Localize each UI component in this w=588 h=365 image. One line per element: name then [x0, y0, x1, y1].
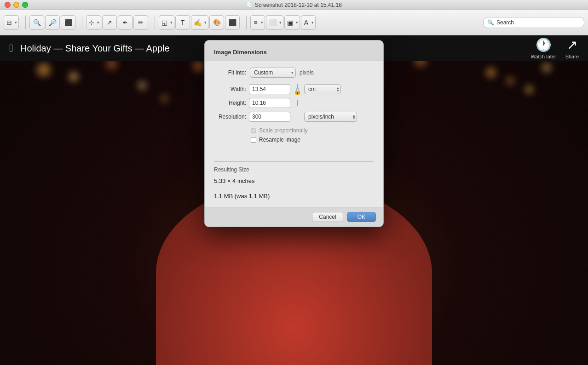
- dialog-footer: Cancel OK: [205, 207, 383, 227]
- sign-icon: ✍: [194, 19, 202, 26]
- title-text: Screenshot 2018-12-10 at 15.41.18: [255, 2, 342, 8]
- resolution-row: Resolution: pixels/inch ▴▾: [214, 112, 374, 122]
- unit-value: cm: [308, 86, 316, 92]
- fill-btn[interactable]: ▣: [284, 15, 300, 30]
- resample-checkbox[interactable]: [251, 137, 256, 143]
- document-icon: 📄: [246, 2, 253, 8]
- text-tool-btn[interactable]: T: [175, 15, 190, 30]
- dialog-overlay: Image Dimensions Fit into: Custom ▾ pixe…: [0, 35, 588, 365]
- border-btn[interactable]: ⬜: [266, 15, 283, 30]
- res-unit-value: pixels/inch: [308, 114, 334, 120]
- cursor-tool-btn[interactable]: ↗: [102, 15, 117, 30]
- res-unit-arrow-icon: ▴▾: [353, 114, 355, 120]
- redact-tool-btn[interactable]: ⬛: [225, 15, 240, 30]
- toolbar-nav-icon: ⊟: [6, 19, 12, 26]
- pen-tool-btn[interactable]: ✒: [118, 15, 133, 30]
- zoom-out-btn[interactable]: 🔍: [29, 15, 44, 30]
- divider: [214, 161, 374, 162]
- sign-btn[interactable]: ✍: [191, 15, 208, 30]
- height-input[interactable]: [249, 98, 290, 108]
- fit-select-value: Custom: [254, 69, 273, 76]
- resample-label: Resample image: [259, 137, 300, 143]
- unit-arrow-icon: ▴▾: [337, 86, 339, 92]
- shapes-icon: ◱: [161, 19, 167, 26]
- unit-select[interactable]: cm ▴▾: [304, 84, 341, 94]
- title-bar: 📄 Screenshot 2018-12-10 at 15.41.18: [0, 0, 588, 10]
- ok-button[interactable]: OK: [347, 212, 376, 222]
- scale-proportionally-checkbox[interactable]: [251, 128, 256, 133]
- toolbar-divider-3: [155, 16, 155, 29]
- zoom-fit-btn[interactable]: ⬛: [61, 15, 75, 30]
- spacer: [214, 187, 374, 193]
- window-controls: [5, 2, 28, 8]
- toolbar-divider-2: [82, 16, 82, 29]
- resample-row: Resample image: [251, 137, 374, 143]
- dialog-header: Image Dimensions: [205, 40, 383, 61]
- chain-bottom: [297, 100, 298, 106]
- color-icon: 🎨: [213, 19, 221, 26]
- fill-icon: ▣: [287, 19, 293, 26]
- background-area:  Holiday — Share Your Gifts — Apple 🕐 W…: [0, 35, 588, 365]
- resulting-dimensions: 5.33 × 4 inches: [214, 177, 374, 184]
- height-label: Height:: [214, 100, 246, 106]
- resolution-label: Resolution:: [214, 114, 246, 120]
- close-button[interactable]: [5, 2, 11, 8]
- cursor-icon: ↗: [107, 19, 112, 26]
- toolbar-group-tools: ⊹ ↗ ✒ ✏: [86, 15, 148, 30]
- fit-label: Fit into:: [214, 69, 246, 76]
- text-tool-icon: T: [181, 19, 185, 26]
- toolbar-group-nav: ⊟: [4, 15, 19, 30]
- resulting-size-title: Resulting Size: [214, 166, 374, 173]
- scale-proportionally-label: Scale proportionally: [259, 127, 307, 134]
- color-tool-btn[interactable]: 🎨: [209, 15, 224, 30]
- minimize-button[interactable]: [13, 2, 19, 8]
- zoom-out-icon: 🔍: [33, 19, 41, 26]
- resulting-section: Resulting Size 5.33 × 4 inches 1.1 MB (w…: [205, 152, 383, 207]
- zoom-in-btn[interactable]: 🔎: [45, 15, 60, 30]
- lock-chain: 🔒: [293, 84, 301, 94]
- resolution-unit-select[interactable]: pixels/inch ▴▾: [304, 112, 357, 122]
- highlight-tool-btn[interactable]: ✏: [133, 15, 148, 30]
- toolbar-group-adjust: ≡ ⬜ ▣ A: [250, 15, 316, 30]
- toolbar-group-shapes: ◱ T ✍ 🎨 ⬛: [159, 15, 240, 30]
- pixels-label: pixels: [300, 69, 314, 76]
- width-input[interactable]: [249, 84, 290, 94]
- fit-select-arrow-icon: ▾: [291, 70, 294, 75]
- highlight-icon: ✏: [138, 19, 144, 26]
- fit-select-dropdown[interactable]: Custom ▾: [250, 68, 296, 78]
- image-dimensions-dialog: Image Dimensions Fit into: Custom ▾ pixe…: [204, 40, 384, 227]
- scale-proportionally-row: Scale proportionally: [251, 127, 374, 134]
- search-input[interactable]: [496, 19, 580, 26]
- border-icon: ⬜: [269, 19, 277, 26]
- line-style-icon: ≡: [254, 19, 257, 26]
- search-icon: 🔍: [487, 19, 494, 26]
- width-label: Width:: [214, 86, 246, 92]
- font-btn[interactable]: A: [301, 15, 316, 30]
- font-icon: A: [304, 19, 308, 26]
- search-box[interactable]: 🔍: [483, 17, 584, 28]
- line-style-btn[interactable]: ≡: [250, 15, 265, 30]
- shapes-btn[interactable]: ◱: [159, 15, 174, 30]
- window-title: 📄 Screenshot 2018-12-10 at 15.41.18: [246, 2, 342, 8]
- resolution-input[interactable]: [249, 112, 290, 122]
- zoom-in-icon: 🔎: [49, 19, 57, 26]
- toolbar-divider-1: [25, 16, 26, 29]
- select-tool-btn[interactable]: ⊹: [86, 15, 101, 30]
- dialog-title: Image Dimensions: [214, 49, 267, 56]
- lock-icon: 🔒: [294, 88, 301, 94]
- redact-icon: ⬛: [229, 19, 236, 26]
- resulting-file-size: 1.1 MB (was 1.1 MB): [214, 193, 374, 200]
- toolbar-group-zoom: 🔍 🔎 ⬛: [29, 15, 75, 30]
- fit-into-row: Fit into: Custom ▾ pixels: [214, 68, 374, 78]
- toolbar: ⊟ 🔍 🔎 ⬛ ⊹ ↗ ✒ ✏ ◱: [0, 10, 588, 35]
- select-icon: ⊹: [89, 19, 94, 26]
- toolbar-divider-4: [246, 16, 247, 29]
- pen-icon: ✒: [122, 19, 128, 26]
- toolbar-nav-btn[interactable]: ⊟: [4, 15, 19, 30]
- cancel-button[interactable]: Cancel: [312, 212, 343, 222]
- checkboxes-section: Scale proportionally Resample image: [251, 127, 374, 143]
- lock-chain-bottom: [293, 100, 301, 106]
- maximize-button[interactable]: [22, 2, 28, 8]
- height-row: Height:: [214, 98, 374, 108]
- width-row: Width: 🔒 cm ▴▾: [214, 84, 374, 94]
